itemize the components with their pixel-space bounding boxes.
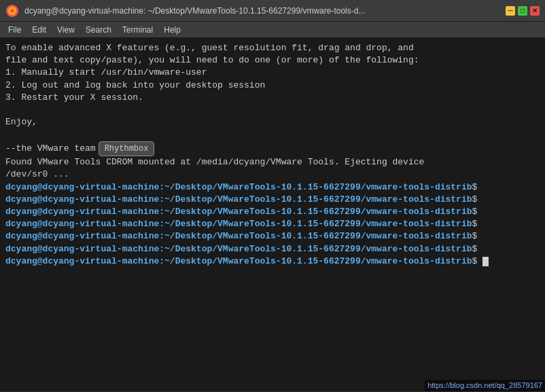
terminal-line: --the VMware teamRhythmbox: [5, 141, 540, 157]
app-icon: [5, 4, 19, 18]
terminal-line: /dev/sr0 ...: [5, 168, 540, 181]
terminal-prompt-line: dcyang@dcyang-virtual-machine:~/Desktop/…: [5, 181, 540, 194]
terminal-prompt-line: dcyang@dcyang-virtual-machine:~/Desktop/…: [5, 255, 540, 268]
cursor: [482, 257, 489, 266]
title-bar: dcyang@dcyang-virtual-machine: ~/Desktop…: [0, 0, 545, 22]
minimize-button[interactable]: ─: [506, 6, 515, 16]
svg-point-2: [10, 9, 14, 13]
notification-popup: Rhythmbox: [99, 141, 155, 157]
terminal-line: 2. Log out and log back into your deskto…: [5, 79, 540, 92]
terminal-prompt-line: dcyang@dcyang-virtual-machine:~/Desktop/…: [5, 218, 540, 230]
terminal-line: Found VMware Tools CDROM mounted at /med…: [5, 156, 540, 168]
menu-edit[interactable]: Edit: [27, 24, 52, 36]
terminal-line: 1. Manually start /usr/bin/vmware-user: [5, 67, 540, 79]
status-bar: https://blog.csdn.net/qq_28579167: [425, 380, 545, 391]
terminal-line: 3. Restart your X session.: [5, 92, 540, 104]
terminal-line: [5, 104, 540, 116]
terminal-body[interactable]: To enable advanced X features (e.g., gue…: [0, 38, 545, 391]
terminal-line: [5, 128, 540, 141]
menu-help[interactable]: Help: [158, 24, 186, 36]
maximize-button[interactable]: □: [518, 6, 527, 16]
menu-file[interactable]: File: [3, 24, 27, 36]
terminal-prompt-line: dcyang@dcyang-virtual-machine:~/Desktop/…: [5, 194, 540, 206]
terminal-prompt-line: dcyang@dcyang-virtual-machine:~/Desktop/…: [5, 243, 540, 255]
window-title: dcyang@dcyang-virtual-machine: ~/Desktop…: [24, 6, 500, 16]
terminal-prompt-line: dcyang@dcyang-virtual-machine:~/Desktop/…: [5, 206, 540, 218]
menu-view[interactable]: View: [52, 24, 80, 36]
terminal-line: Enjoy,: [5, 116, 540, 128]
terminal-line: To enable advanced X features (e.g., gue…: [5, 42, 540, 54]
menu-bar: File Edit View Search Terminal Help: [0, 22, 545, 38]
close-button[interactable]: ✕: [530, 6, 540, 16]
menu-search[interactable]: Search: [80, 24, 117, 36]
menu-terminal[interactable]: Terminal: [117, 24, 158, 36]
terminal-line: file and text copy/paste), you will need…: [5, 54, 540, 67]
terminal-prompt-line: dcyang@dcyang-virtual-machine:~/Desktop/…: [5, 230, 540, 243]
window-controls: ─ □ ✕: [506, 6, 540, 16]
